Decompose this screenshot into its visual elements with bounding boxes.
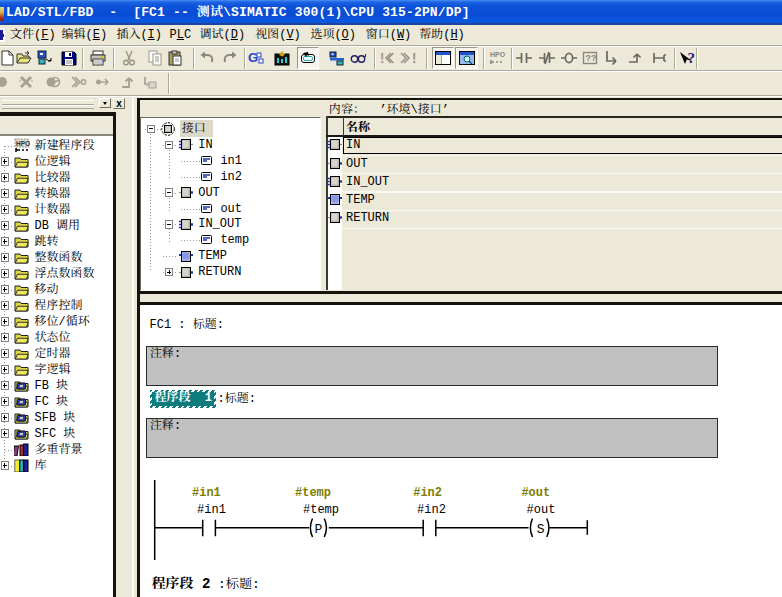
svg-text:!: ! [410,51,418,66]
svg-text:#in1: #in1 [192,486,221,500]
svg-text:P: P [315,522,323,537]
svg-text:#out: #out [521,486,550,500]
svg-text:#temp: #temp [295,486,331,500]
svg-text:HPO: HPO [16,140,30,147]
svg-text:#in2: #in2 [417,503,446,517]
svg-text:!: ! [378,51,386,66]
svg-text:#in2: #in2 [413,486,442,500]
svg-text:S: S [537,522,545,537]
svg-text:#temp: #temp [303,503,339,517]
svg-text:#in1: #in1 [197,503,226,517]
svg-text:??: ?? [586,54,597,64]
svg-text:?: ? [687,50,695,66]
svg-text:HPO: HPO [490,51,505,58]
svg-text:#out: #out [527,503,556,517]
